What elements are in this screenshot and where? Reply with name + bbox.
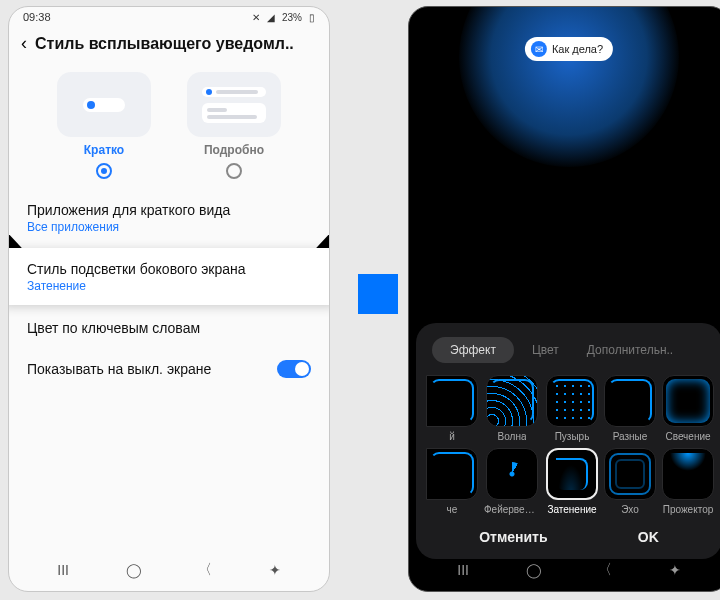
nav-recents-icon[interactable]: III (57, 562, 69, 578)
item-apps[interactable]: Приложения для краткого вида Все приложе… (9, 189, 329, 246)
style-labels: Кратко Подробно (9, 143, 329, 163)
style-radios (9, 163, 329, 189)
nav-accessibility-icon[interactable]: ✦ (669, 562, 681, 578)
cancel-button[interactable]: Отменить (479, 529, 547, 545)
preview-text: Как дела? (552, 43, 603, 55)
nav-bar: III ◯ 〈 ✦ (9, 555, 329, 585)
nav-back-icon[interactable]: 〈 (198, 561, 212, 579)
action-row: Отменить OK (424, 515, 714, 547)
label-detail: Подробно (187, 143, 281, 157)
tab-color[interactable]: Цвет (522, 337, 569, 363)
status-bar: 09:38 ✕ ◢ 23% ▯ (9, 7, 329, 25)
effect-echo[interactable]: Эхо (604, 448, 656, 515)
item-edge-lighting[interactable]: Стиль подсветки бокового экрана Затенени… (8, 248, 330, 305)
effect-wave[interactable]: Волна (484, 375, 540, 442)
label-brief: Кратко (57, 143, 151, 157)
preview-notification: ✉ Как дела? (525, 37, 613, 61)
effect-basic[interactable]: й (426, 375, 478, 442)
item-aod-title: Показывать на выкл. экране (27, 361, 211, 377)
edge-effect-picker: ✉ Как дела? Эффект Цвет Дополнительн.. й… (408, 6, 720, 592)
settings-screen: 09:38 ✕ ◢ 23% ▯ ‹ Стиль всплывающего уве… (8, 6, 330, 592)
effect-drawer: Эффект Цвет Дополнительн.. й Волна Пузыр… (416, 323, 720, 559)
nav-recents-icon[interactable]: III (457, 562, 469, 578)
effect-bubble[interactable]: Пузырь (546, 375, 598, 442)
item-color-keywords[interactable]: Цвет по ключевым словам (9, 307, 329, 348)
battery-icon: ▯ (309, 12, 315, 23)
effect-spotlight[interactable]: Прожектор (662, 448, 714, 515)
effect-glow[interactable]: Свечение (662, 375, 714, 442)
status-icons: ✕ ◢ 23% ▯ (248, 11, 315, 23)
mail-icon: ✉ (531, 41, 547, 57)
nav-bar-right: III ◯ 〈 ✦ (409, 555, 720, 585)
tab-advanced[interactable]: Дополнительн.. (577, 337, 683, 363)
tab-row: Эффект Цвет Дополнительн.. (424, 333, 714, 375)
signal-icon: ◢ (267, 12, 275, 23)
nav-home-icon[interactable]: ◯ (526, 562, 542, 578)
style-card-detail[interactable] (187, 72, 281, 137)
item-apps-sub: Все приложения (27, 220, 311, 234)
radio-brief[interactable] (96, 163, 112, 179)
effect-eclipse[interactable]: Затенение (546, 448, 598, 515)
item-color-title: Цвет по ключевым словам (27, 320, 311, 336)
radio-detail[interactable] (226, 163, 242, 179)
aod-toggle[interactable] (277, 360, 311, 378)
connector-square (358, 274, 398, 314)
item-apps-title: Приложения для краткого вида (27, 202, 311, 218)
item-show-on-aod[interactable]: Показывать на выкл. экране (9, 348, 329, 390)
tab-effect[interactable]: Эффект (432, 337, 514, 363)
battery-text: 23% (282, 12, 302, 23)
nav-home-icon[interactable]: ◯ (126, 562, 142, 578)
nav-back-icon[interactable]: 〈 (598, 561, 612, 579)
item-edge-sub: Затенение (27, 279, 311, 293)
header: ‹ Стиль всплывающего уведомл.. (9, 25, 329, 64)
effect-grid: й Волна Пузырь Разные Свечение че Фейерв… (424, 375, 714, 515)
back-icon[interactable]: ‹ (21, 33, 27, 54)
vibrate-icon: ✕ (252, 12, 260, 23)
clock: 09:38 (23, 11, 51, 23)
preview-halo (459, 6, 679, 167)
style-cards (9, 64, 329, 143)
effect-heart[interactable]: че (426, 448, 478, 515)
page-title: Стиль всплывающего уведомл.. (35, 35, 294, 53)
item-edge-title: Стиль подсветки бокового экрана (27, 261, 311, 277)
effect-multi[interactable]: Разные (604, 375, 656, 442)
ok-button[interactable]: OK (638, 529, 659, 545)
nav-accessibility-icon[interactable]: ✦ (269, 562, 281, 578)
effect-fireworks[interactable]: Фейерверки (484, 448, 540, 515)
style-card-brief[interactable] (57, 72, 151, 137)
